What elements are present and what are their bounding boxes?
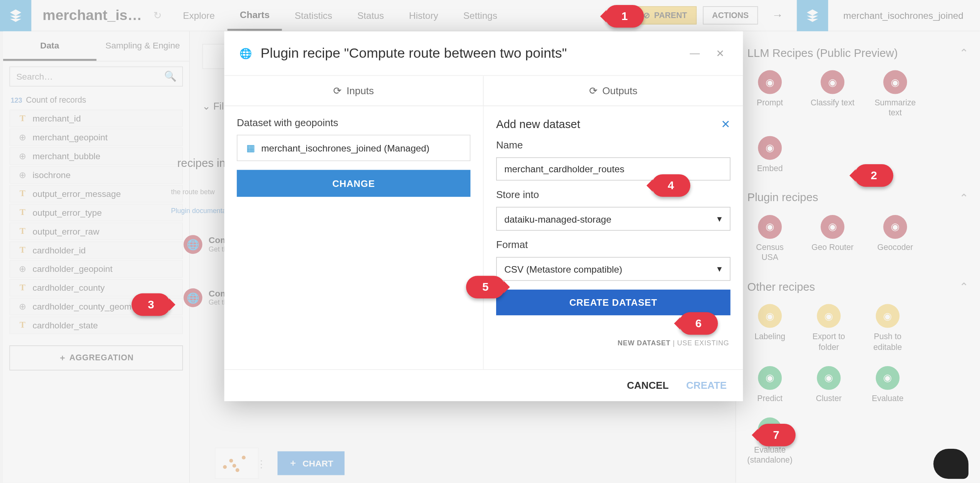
modal-title: Plugin recipe "Compute route between two… <box>261 45 677 61</box>
callout-6: 6 <box>679 312 718 335</box>
store-label: Store into <box>496 189 731 200</box>
dataset-geopoints-label: Dataset with geopoints <box>237 117 470 128</box>
callout-5: 5 <box>466 276 505 298</box>
minimize-icon[interactable]: — <box>686 48 704 59</box>
dataset-name-input[interactable] <box>496 157 731 180</box>
callout-2: 2 <box>854 164 893 187</box>
dataset-icon: ▦ <box>246 142 255 153</box>
name-label: Name <box>496 140 731 151</box>
inputs-heading: ⟳Inputs <box>224 76 483 106</box>
chat-fab[interactable] <box>933 449 968 479</box>
create-dataset-button[interactable]: CREATE DATASET <box>496 290 731 315</box>
plugin-recipe-modal: 🌐 Plugin recipe "Compute route between t… <box>224 32 743 401</box>
caret-down-icon: ▾ <box>717 263 722 275</box>
caret-down-icon: ▾ <box>717 213 722 224</box>
close-add-icon[interactable]: ✕ <box>721 117 730 131</box>
callout-3: 3 <box>131 293 170 316</box>
arrow-out-icon: ⟳ <box>589 85 597 97</box>
globe-icon: 🌐 <box>239 47 252 59</box>
callout-7: 7 <box>757 424 796 446</box>
add-new-dataset-label: Add new dataset <box>496 118 580 131</box>
input-dataset-box[interactable]: ▦ merchant_isochrones_joined (Managed) <box>237 135 470 161</box>
create-button[interactable]: CREATE <box>686 380 727 391</box>
outputs-heading: ⟳Outputs <box>483 76 743 106</box>
arrow-in-icon: ⟳ <box>333 85 341 97</box>
callout-1: 1 <box>605 5 644 28</box>
change-button[interactable]: CHANGE <box>237 170 470 197</box>
store-select[interactable]: dataiku-managed-storage▾ <box>496 207 731 231</box>
close-icon[interactable]: ✕ <box>712 47 728 59</box>
cancel-button[interactable]: CANCEL <box>627 380 669 391</box>
format-select[interactable]: CSV (Metastore compatible)▾ <box>496 257 731 281</box>
format-label: Format <box>496 240 731 251</box>
callout-4: 4 <box>651 174 690 197</box>
